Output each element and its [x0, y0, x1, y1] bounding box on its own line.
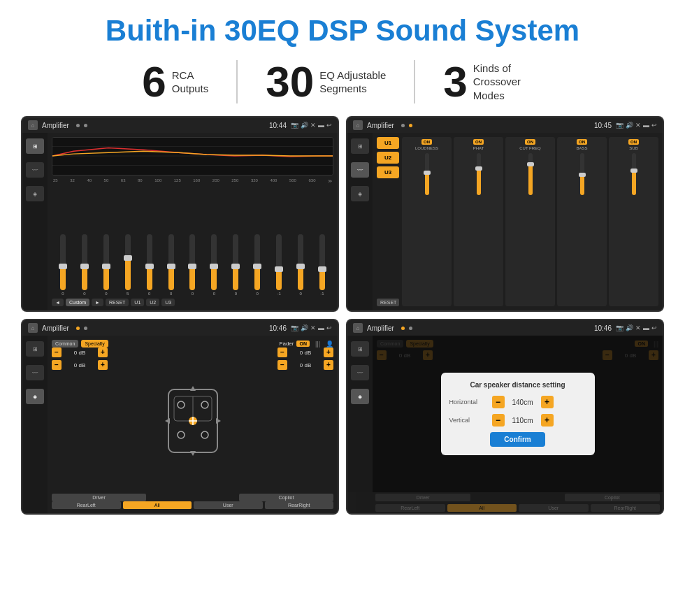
eq-u3-btn[interactable]: U3 — [161, 299, 175, 306]
rear-right-btn[interactable]: RearRight — [265, 501, 334, 509]
stat-number-crossover: 3 — [443, 60, 467, 103]
status-bar-crossover: ⌂ Amplifier 10:45 📷 🔊 ✕ ▬ ↩ — [347, 117, 663, 133]
fader-tuner-btn[interactable]: ⊞ — [26, 341, 44, 357]
eq-slider-6[interactable]: 0 — [183, 234, 203, 296]
horizontal-label: Horizontal — [449, 399, 488, 406]
db-plus-1[interactable]: + — [98, 360, 108, 370]
crossover-wave-btn[interactable]: 〰 — [351, 162, 369, 178]
db-minus-1[interactable]: − — [52, 360, 62, 370]
db-plus-3[interactable]: + — [324, 360, 333, 370]
dialog-wave-btn[interactable]: 〰 — [351, 365, 369, 380]
eq-slider-1[interactable]: 0 — [75, 234, 94, 296]
eq-slider-2[interactable]: 0 — [96, 234, 116, 296]
fader-speaker-btn[interactable]: ◈ — [26, 389, 44, 404]
back-icon-3[interactable]: ↩ — [326, 324, 332, 331]
eq-slider-3[interactable]: 5 — [118, 234, 138, 296]
db-plus-2[interactable]: + — [324, 348, 333, 357]
loudness-on[interactable]: ON — [421, 139, 432, 145]
u2-btn[interactable]: U2 — [377, 152, 399, 164]
eq-u2-btn[interactable]: U2 — [146, 299, 159, 306]
horizontal-row: Horizontal − 140cm + — [449, 396, 586, 408]
rear-left-btn[interactable]: RearLeft — [52, 501, 121, 509]
eq-slider-4[interactable]: 0 — [140, 234, 159, 296]
eq-slider-10[interactable]: -1 — [269, 234, 289, 296]
phat-label: PHAT — [473, 146, 484, 150]
cutfreq-on[interactable]: ON — [525, 139, 535, 145]
phat-on[interactable]: ON — [473, 139, 484, 145]
home-icon-3[interactable]: ⌂ — [28, 323, 38, 333]
eq-wave-btn[interactable]: 〰 — [26, 162, 44, 178]
confirm-button[interactable]: Confirm — [490, 432, 545, 447]
back-icon-2[interactable]: ↩ — [651, 122, 657, 129]
eq-slider-7[interactable]: 0 — [204, 234, 224, 296]
vertical-minus-btn[interactable]: − — [492, 414, 505, 427]
phat-slider[interactable] — [477, 153, 481, 195]
back-icon[interactable]: ↩ — [326, 122, 332, 129]
eq-slider-0[interactable]: 0 — [53, 234, 73, 296]
close-icon-3: ✕ — [310, 324, 316, 331]
eq-slider-8[interactable]: 0 — [226, 234, 245, 296]
bass-slider[interactable] — [580, 153, 584, 195]
status-dot-2 — [84, 124, 87, 127]
fader-bottom-row: Driver Copilot — [52, 494, 333, 501]
db-minus-2[interactable]: − — [277, 348, 287, 357]
u3-btn[interactable]: U3 — [377, 166, 399, 178]
stats-row: 6 RCA Outputs 30 EQ Adjustable Segments … — [21, 60, 664, 103]
status-time-eq: 10:44 — [269, 122, 287, 129]
eq-u1-btn[interactable]: U1 — [131, 299, 144, 306]
eq-prev-btn[interactable]: ◄ — [52, 299, 64, 306]
dialog-speaker-btn[interactable]: ◈ — [351, 389, 369, 404]
db-plus-0[interactable]: + — [98, 348, 108, 357]
status-icons-crossover: 📷 🔊 ✕ ▬ ↩ — [616, 122, 657, 129]
u1-btn[interactable]: U1 — [377, 137, 399, 149]
eq-tuner-btn[interactable]: ⊞ — [26, 138, 44, 154]
fader-wave-btn[interactable]: 〰 — [26, 365, 44, 380]
horizontal-plus-btn[interactable]: + — [541, 396, 554, 408]
loudness-slider[interactable] — [425, 153, 429, 195]
eq-reset-btn[interactable]: RESET — [106, 299, 129, 306]
eq-next-btn[interactable]: ► — [92, 299, 103, 306]
stat-text-rca: RCA Outputs — [172, 69, 209, 96]
cutfreq-slider[interactable] — [528, 153, 533, 195]
crossover-speaker-btn[interactable]: ◈ — [351, 186, 369, 201]
crossover-tuner-btn[interactable]: ⊞ — [351, 138, 369, 154]
bass-on[interactable]: ON — [577, 139, 587, 145]
status-time-fader: 10:46 — [269, 324, 287, 332]
copilot-btn[interactable]: Copilot — [239, 494, 333, 501]
dialog-user-btn: User — [519, 504, 589, 512]
horizontal-minus-btn[interactable]: − — [492, 396, 505, 408]
back-icon-4[interactable]: ↩ — [651, 324, 657, 331]
home-icon-4[interactable]: ⌂ — [353, 323, 363, 333]
volume-icon: 🔊 — [301, 122, 308, 129]
eq-speaker-btn[interactable]: ◈ — [26, 186, 44, 201]
db-minus-3[interactable]: − — [277, 360, 287, 370]
user-btn[interactable]: User — [194, 501, 263, 509]
all-btn[interactable]: All — [123, 501, 192, 509]
home-icon-2[interactable]: ⌂ — [353, 120, 363, 130]
eq-graph — [52, 137, 333, 176]
eq-slider-11[interactable]: 0 — [291, 234, 310, 296]
dialog-main: Common Specialty ON ||| − 0 dB — [373, 336, 663, 492]
status-bar-fader: ⌂ Amplifier 10:46 📷 🔊 ✕ ▬ ↩ — [22, 320, 338, 336]
eq-preset-label[interactable]: Custom — [66, 299, 89, 306]
status-bar-eq: ⌂ Amplifier 10:44 📷 🔊 ✕ ▬ ↩ — [22, 117, 338, 133]
screen-dialog-title: Amplifier — [367, 324, 394, 332]
sub-slider[interactable] — [632, 153, 636, 195]
db-minus-0[interactable]: − — [52, 348, 62, 357]
tab-common[interactable]: Common — [52, 340, 78, 348]
eq-slider-5[interactable]: 0 — [161, 234, 181, 296]
tab-specialty[interactable]: Specialty — [81, 340, 108, 348]
eq-slider-12[interactable]: -1 — [312, 234, 332, 296]
fader-label: Fader — [280, 341, 294, 347]
volume-icon-3: 🔊 — [301, 324, 308, 331]
fader-left-controls: − 0 dB + − 0 dB + — [52, 348, 108, 494]
fader-car-diagram — [112, 348, 273, 494]
crossover-reset-btn[interactable]: RESET — [377, 299, 399, 306]
vertical-plus-btn[interactable]: + — [541, 414, 554, 427]
fader-on-toggle[interactable]: ON — [296, 341, 310, 347]
driver-btn[interactable]: Driver — [52, 494, 146, 501]
home-icon[interactable]: ⌂ — [28, 120, 38, 130]
eq-slider-9[interactable]: 0 — [247, 234, 267, 296]
dialog-tuner-btn[interactable]: ⊞ — [351, 341, 369, 357]
sub-on[interactable]: ON — [628, 139, 639, 145]
